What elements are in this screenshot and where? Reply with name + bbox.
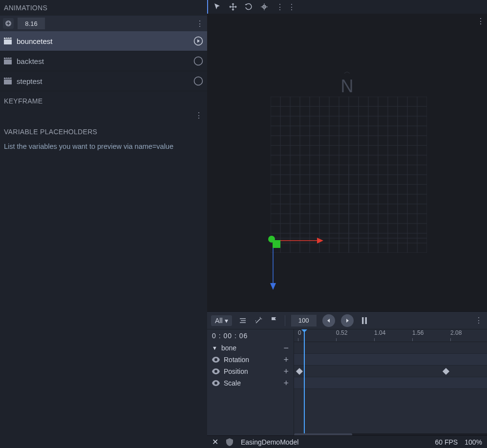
bone-label: bone — [221, 344, 280, 352]
animation-item[interactable]: backtest — [0, 51, 207, 71]
play-inactive-icon — [193, 56, 203, 66]
sidebar: ANIMATIONS ⋮ bouncetest backtest steptes… — [0, 0, 207, 448]
property-label: Position — [224, 367, 279, 375]
animations-toolbar: ⋮ — [0, 16, 207, 31]
svg-point-5 — [264, 6, 265, 8]
model-icon — [225, 438, 234, 447]
track-position[interactable] — [294, 366, 487, 377]
timeline-tracks[interactable]: 0 0.52 1.04 1.56 2.08 — [294, 329, 487, 448]
animation-name: backtest — [17, 57, 189, 65]
timeline-menu-icon[interactable]: ⋮ — [474, 316, 483, 325]
zoom-display: 100% — [465, 438, 482, 446]
track-rotation[interactable] — [294, 354, 487, 366]
add-animation-button[interactable] — [3, 18, 14, 29]
viewport-toolbar: ⋮ ⋮ — [207, 0, 487, 14]
pivot-tool-icon[interactable] — [260, 2, 269, 11]
timeline-body: 0 : 00 : 06 ▼ bone − Rotation + Position… — [207, 329, 487, 448]
viewport-menu-1-icon[interactable]: ⋮ — [275, 2, 284, 12]
play-active-icon — [193, 36, 203, 46]
animation-item[interactable]: steptest — [0, 71, 207, 91]
svg-marker-45 — [270, 283, 276, 290]
svg-rect-47 — [273, 240, 280, 248]
timeline-toolbar: All ▾ ⋮ — [207, 312, 487, 329]
clapboard-icon — [4, 38, 12, 44]
variables-section: VARIABLE PLACEHOLDERS List the variables… — [0, 124, 207, 153]
compass-chevron-icon: ︿ — [341, 67, 354, 76]
eye-icon[interactable] — [212, 379, 220, 387]
viewport-menu-2-icon[interactable]: ⋮ — [287, 2, 296, 12]
move-tool-icon[interactable] — [229, 2, 237, 11]
filter-label: All — [215, 317, 223, 325]
model-name: EasingDemoModel — [241, 438, 428, 446]
chevron-down-icon: ▾ — [225, 317, 228, 325]
timeline-zoom-input[interactable] — [291, 315, 317, 326]
prev-keyframe-button[interactable] — [322, 314, 335, 327]
ruler-tick: 1.04 — [374, 329, 385, 336]
svg-rect-49 — [365, 317, 367, 324]
ruler-tick: 0.52 — [336, 329, 347, 336]
playhead[interactable] — [304, 329, 305, 448]
svg-point-2 — [194, 57, 203, 65]
ruler-tick: 0 — [298, 329, 301, 336]
property-row[interactable]: Rotation + — [207, 354, 294, 366]
keyframe-header: KEYFRAME — [0, 93, 207, 109]
compass: ︿ N — [341, 67, 354, 97]
svg-marker-43 — [317, 238, 323, 244]
main-panel: ⋮ ⋮ ⋮ ︿ N All ▾ — [207, 0, 487, 448]
svg-rect-48 — [362, 317, 364, 324]
statusbar: ✕ EasingDemoModel 60 FPS 100% — [207, 435, 487, 448]
property-row[interactable]: Position + — [207, 366, 294, 377]
close-icon[interactable]: ✕ — [212, 437, 218, 447]
timeline-timecode: 0 : 00 : 06 — [207, 329, 294, 342]
variables-header: VARIABLE PLACEHOLDERS — [0, 124, 207, 140]
collapse-icon[interactable]: − — [283, 344, 289, 352]
compass-label: N — [341, 76, 354, 97]
property-label: Rotation — [224, 356, 279, 364]
transform-gizmo[interactable] — [256, 228, 363, 302]
animation-item[interactable]: bouncetest — [0, 31, 207, 51]
wand-icon[interactable] — [254, 316, 263, 326]
animation-list: bouncetest backtest steptest — [0, 31, 207, 91]
animation-name: steptest — [17, 77, 189, 85]
property-label: Scale — [224, 379, 279, 387]
chevron-down-icon[interactable]: ▼ — [212, 345, 217, 351]
play-inactive-icon — [193, 76, 203, 86]
timeline-panel: All ▾ ⋮ Play Animation 0 : 00 : 06 ▼ bon… — [207, 311, 487, 448]
ruler-tick: 2.08 — [450, 329, 462, 336]
add-keyframe-icon[interactable]: + — [283, 367, 289, 376]
property-row[interactable]: Scale + — [207, 377, 294, 389]
animations-menu-icon[interactable]: ⋮ — [195, 19, 204, 28]
cursor-tool-icon[interactable] — [213, 2, 222, 11]
timeline-tree: 0 : 00 : 06 ▼ bone − Rotation + Position… — [207, 329, 294, 448]
timeline-ruler[interactable]: 0 0.52 1.04 1.56 2.08 — [294, 329, 487, 342]
bone-row[interactable]: ▼ bone − — [207, 342, 294, 354]
keyframe-menu-icon[interactable]: ⋮ — [194, 111, 203, 120]
pause-button[interactable] — [360, 316, 369, 326]
fps-display: 60 FPS — [435, 438, 458, 446]
variables-hint[interactable]: List the variables you want to preview v… — [0, 140, 207, 153]
rotate-tool-icon[interactable] — [244, 2, 253, 11]
keyframe-marker[interactable] — [296, 368, 303, 375]
viewport-3d[interactable]: ︿ N — [207, 14, 487, 311]
svg-point-3 — [194, 77, 203, 85]
list-icon[interactable] — [238, 316, 248, 326]
next-keyframe-button[interactable] — [341, 314, 354, 327]
flag-icon[interactable] — [269, 316, 279, 326]
viewport-grid — [271, 97, 427, 253]
keyframe-section: KEYFRAME ⋮ — [0, 93, 207, 122]
clapboard-icon — [4, 58, 12, 64]
clapboard-icon — [4, 78, 12, 84]
svg-point-46 — [268, 236, 275, 243]
eye-icon[interactable] — [212, 367, 220, 375]
filter-dropdown[interactable]: All ▾ — [211, 315, 232, 326]
track-scale[interactable] — [294, 377, 487, 389]
track-bone[interactable] — [294, 342, 487, 354]
animation-name: bouncetest — [17, 37, 189, 45]
eye-icon[interactable] — [212, 356, 220, 364]
add-keyframe-icon[interactable]: + — [283, 379, 289, 387]
keyframe-marker[interactable] — [443, 368, 449, 375]
add-keyframe-icon[interactable]: + — [283, 355, 289, 364]
animations-header: ANIMATIONS — [0, 0, 207, 16]
ruler-tick: 1.56 — [412, 329, 423, 336]
animation-duration-input[interactable] — [18, 18, 45, 29]
